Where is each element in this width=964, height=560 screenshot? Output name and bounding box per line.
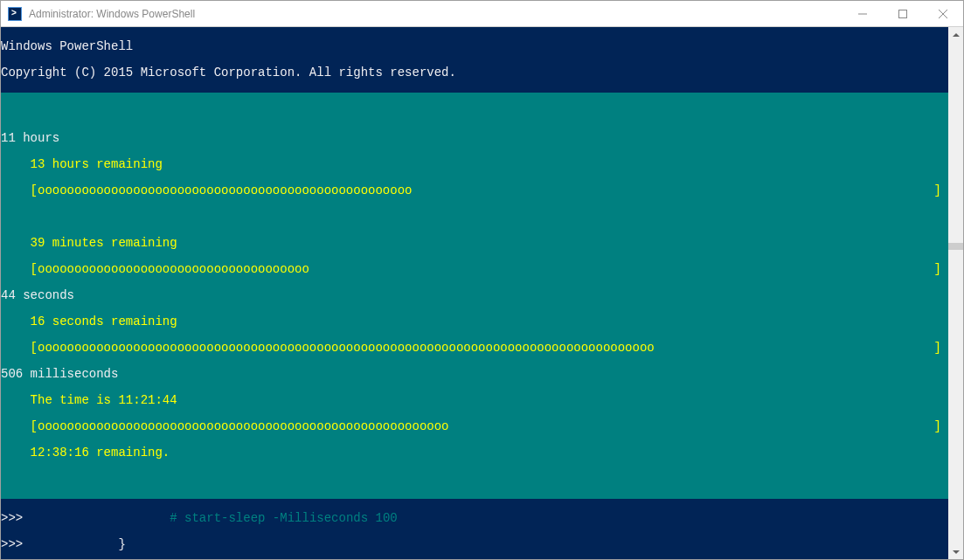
powershell-window: Administrator: Windows PowerShell Window… [0, 0, 964, 560]
blank-line [1, 106, 948, 119]
minimize-icon [858, 10, 867, 18]
scroll-up-button[interactable] [948, 27, 963, 42]
progress-bar: [ooooooooooooooooooooooooooooooooooooo] [1, 263, 948, 276]
comment-text: # start-sleep -Milliseconds 100 [170, 511, 397, 525]
svg-marker-4 [953, 33, 960, 37]
code-line: >>> } [1, 538, 948, 551]
progress-bar: [ooooooooooooooooooooooooooooooooooooooo… [1, 420, 948, 433]
scrollbar-thumb[interactable] [948, 243, 963, 250]
svg-marker-5 [953, 550, 960, 554]
chevron-down-icon [953, 550, 960, 554]
progress-bar: [ooooooooooooooooooooooooooooooooooooooo… [1, 342, 948, 355]
progress-block: 11 hours 13 hours remaining [ooooooooooo… [1, 93, 948, 499]
chevron-up-icon [953, 33, 960, 37]
progress-remaining: 12:38:16 remaining. [1, 446, 948, 460]
vertical-scrollbar[interactable] [948, 27, 963, 559]
minimize-button[interactable] [843, 1, 883, 26]
scroll-down-button[interactable] [948, 544, 963, 559]
progress-status: 16 seconds remaining [1, 315, 948, 328]
titlebar[interactable]: Administrator: Windows PowerShell [1, 1, 963, 27]
progress-title: 44 seconds [1, 289, 948, 302]
maximize-icon [898, 10, 907, 18]
scrollbar-track[interactable] [948, 42, 963, 544]
maximize-button[interactable] [883, 1, 923, 26]
blank-line [1, 473, 948, 486]
powershell-icon [8, 7, 22, 21]
progress-title: 506 milliseconds [1, 368, 948, 381]
header-line: Windows PowerShell [1, 40, 948, 53]
progress-status: 13 hours remaining [1, 158, 948, 171]
progress-bar: [ooooooooooooooooooooooooooooooooooooooo… [1, 184, 948, 197]
blank-line [1, 211, 948, 224]
terminal-area: Windows PowerShell Copyright (C) 2015 Mi… [1, 27, 963, 559]
window-controls [843, 1, 963, 26]
terminal[interactable]: Windows PowerShell Copyright (C) 2015 Mi… [1, 27, 948, 559]
progress-status: The time is 11:21:44 [1, 394, 948, 407]
close-icon [939, 10, 947, 18]
progress-status: 39 minutes remaining [1, 237, 948, 250]
svg-rect-1 [899, 10, 907, 17]
window-title: Administrator: Windows PowerShell [29, 8, 843, 20]
code-line: >>> # start-sleep -Milliseconds 100 [1, 512, 948, 525]
copyright-line: Copyright (C) 2015 Microsoft Corporation… [1, 66, 948, 80]
close-button[interactable] [923, 1, 963, 26]
progress-title: 11 hours [1, 132, 948, 145]
